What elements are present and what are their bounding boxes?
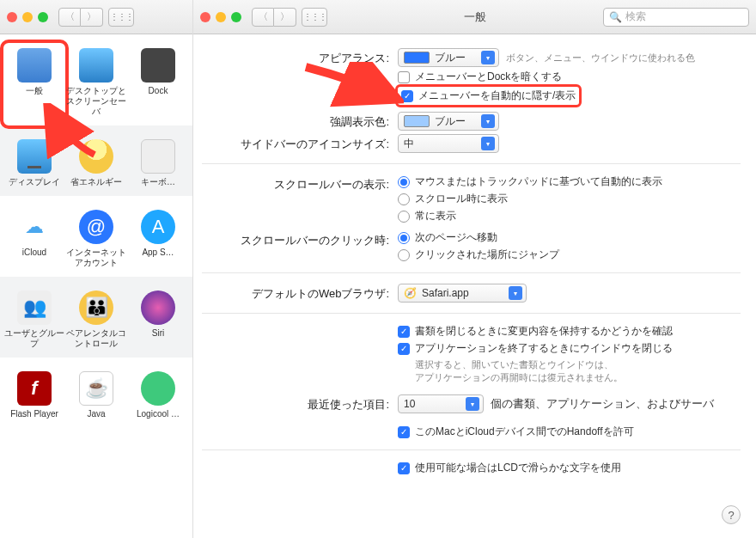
chevron-updown-icon: ▾ [466,397,479,411]
users-icon: 👥 [17,290,52,325]
handoff-checkbox[interactable]: ✓このMacとiCloudデバイス間でのHandoffを許可 [398,425,741,439]
appearance-note: ボタン、メニュー、ウインドウに使われる色 [506,52,695,64]
radio-icon [398,193,410,205]
divider [202,313,741,314]
scroll-click-page-radio[interactable]: 次のページへ移動 [398,230,741,245]
pref-label: インターネットアカウント [66,248,126,267]
pref-desktop[interactable]: デスクトップとスクリーンセーバ [65,43,127,125]
lcd-smoothing-checkbox[interactable]: ✓使用可能な場合はLCDで滑らかな文字を使用 [398,461,741,475]
pref-label: Logicool … [137,409,180,419]
popup-value: 10 [404,398,415,410]
close-note-1: 選択すると、開いていた書類とウインドウは、 [415,358,741,371]
darken-menubar-checkbox[interactable]: メニューバーとDockを暗くする [398,70,741,84]
sidebar-size-popup[interactable]: 中 ▾ [398,134,499,153]
pref-keyboard[interactable]: キーボ… [127,134,189,196]
pref-parental[interactable]: 👪 ペアレンタルコントロール [65,285,127,358]
forward-button[interactable]: 〉 [274,8,296,27]
scrollbar-click-label: スクロールバーのクリック時: [202,230,398,248]
flash-icon: f [17,371,52,406]
default-browser-label: デフォルトのWebブラウザ: [202,284,398,302]
nav-buttons: 〈 〉 [58,8,103,27]
scroll-click-spot-radio[interactable]: クリックされた場所にジャンプ [398,248,741,262]
scroll-always-radio[interactable]: 常に表示 [398,209,741,223]
forward-button[interactable]: 〉 [81,8,103,27]
appearance-popup[interactable]: ブルー ▾ [398,48,499,67]
swatch-icon [404,115,430,127]
back-button[interactable]: 〈 [58,8,81,27]
keyboard-icon [141,139,175,174]
java-icon: ☕ [79,371,113,406]
pref-logicool[interactable]: Logicool … [127,366,189,428]
toolbar: 〈 〉 ⋮⋮⋮ 一般 🔍 検索 [193,0,756,34]
chevron-updown-icon: ▾ [481,137,495,150]
radio-icon [398,249,410,261]
pref-siri[interactable]: Siri [127,285,189,358]
pref-java[interactable]: ☕ Java [65,366,127,428]
pref-label: iCloud [22,248,46,257]
prefs-row-2: ディスプレイ 省エネルギー キーボ… [0,125,192,196]
pref-general[interactable]: 一般 [3,43,65,125]
pref-display[interactable]: ディスプレイ [3,134,65,196]
siri-icon [141,290,175,325]
check-label: 使用可能な場合はLCDで滑らかな文字を使用 [415,461,621,475]
recent-items-label: 最近使った項目: [202,394,398,413]
logicool-icon [141,371,175,406]
pref-appstore[interactable]: A App S… [127,205,189,277]
bulb-icon [79,139,113,174]
check-label: 書類を閉じるときに変更内容を保持するかどうかを確認 [415,324,673,339]
traffic-lights [7,12,48,22]
popup-value: 中 [404,137,414,151]
sidebar-size-label: サイドバーのアイコンサイズ: [202,134,398,152]
pref-energy[interactable]: 省エネルギー [65,134,127,196]
minimize-icon[interactable] [216,12,226,22]
radio-label: クリックされた場所にジャンプ [415,248,559,262]
checkbox-icon: ✓ [398,326,410,338]
pref-icloud[interactable]: ☁︎ iCloud [3,205,65,277]
parental-icon: 👪 [79,290,113,325]
pref-users[interactable]: 👥 ユーザとグループ [3,285,65,358]
prefs-row-1: 一般 デスクトップとスクリーンセーバ Dock [0,34,192,125]
autohide-menubar-checkbox[interactable]: ✓ メニューバーを自動的に隠す/表示 [398,87,579,105]
safari-icon: 🧭 [404,287,417,299]
scroll-auto-radio[interactable]: マウスまたはトラックパッドに基づいて自動的に表示 [398,174,741,189]
highlight-popup[interactable]: ブルー ▾ [398,112,499,131]
traffic-lights [200,12,241,22]
default-browser-popup[interactable]: 🧭 Safari.app ▾ [398,284,527,303]
pref-label: デスクトップとスクリーンセーバ [66,86,126,116]
scrollbar-show-label: スクロールバーの表示: [202,174,398,193]
pref-label: Dock [149,86,168,95]
general-pane-window: 〈 〉 ⋮⋮⋮ 一般 🔍 検索 アピアランス: ブルー ▾ ボタン、メニュー、ウ… [193,0,756,538]
pref-label: ディスプレイ [9,177,60,186]
display-icon [17,139,52,174]
zoom-icon[interactable] [231,12,241,22]
pref-flash[interactable]: f Flash Player [3,366,65,428]
pref-internet-accounts[interactable]: @ インターネットアカウント [65,205,127,277]
search-input[interactable]: 🔍 検索 [603,8,749,27]
recent-items-popup[interactable]: 10 ▾ [398,394,484,413]
popup-value: Safari.app [422,287,469,299]
window-title: 一般 [464,9,486,25]
popup-value: ブルー [435,51,466,65]
radio-label: 常に表示 [415,209,456,223]
show-all-button[interactable]: ⋮⋮⋮ [108,8,134,27]
chevron-updown-icon: ▾ [509,286,522,300]
zoom-icon[interactable] [38,12,48,22]
close-icon[interactable] [7,12,17,22]
pref-dock[interactable]: Dock [127,43,189,125]
help-button[interactable]: ? [722,505,741,524]
search-icon: 🔍 [609,11,622,23]
close-note-2: アプリケーションの再開時には復元されません。 [415,371,741,384]
chevron-updown-icon: ▾ [481,114,495,128]
scroll-when-scrolling-radio[interactable]: スクロール時に表示 [398,192,741,206]
appearance-label: アピアランス: [202,48,398,66]
radio-icon [398,211,410,223]
back-button[interactable]: 〈 [252,8,274,27]
show-all-button[interactable]: ⋮⋮⋮ [302,8,327,27]
close-icon[interactable] [200,12,210,22]
check-label: メニューバーを自動的に隠す/表示 [418,89,576,103]
minimize-icon[interactable] [22,12,33,22]
pref-label: キーボ… [141,177,175,186]
pref-label: 一般 [26,86,43,95]
close-windows-on-quit-checkbox[interactable]: ✓アプリケーションを終了するときにウインドウを閉じる [398,341,741,356]
ask-keep-changes-checkbox[interactable]: ✓書類を閉じるときに変更内容を保持するかどうかを確認 [398,324,741,339]
